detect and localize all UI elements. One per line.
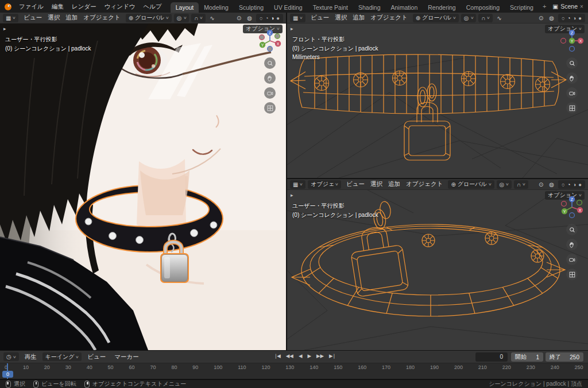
editor-type-button[interactable]: ▦ ∨ bbox=[3, 14, 18, 22]
navigation-gizmo[interactable]: Z X Y bbox=[559, 28, 585, 54]
pivot-point-dropdown[interactable]: ◎ ∨ bbox=[497, 180, 512, 189]
workspace-tab[interactable]: Shading bbox=[353, 2, 386, 13]
shading-material-button[interactable]: ◑ bbox=[573, 181, 577, 188]
workspace-tab[interactable]: Sculpting bbox=[234, 2, 269, 13]
workspace-tab[interactable]: Compositing bbox=[461, 2, 505, 13]
timeline-menu-play[interactable]: 再生 bbox=[22, 353, 40, 361]
viewport-menu-item[interactable]: オブジェクト bbox=[368, 14, 410, 22]
show-overlays-toggle[interactable]: ◍ bbox=[245, 15, 254, 21]
play-button[interactable]: ▶ bbox=[305, 352, 314, 360]
shading-solid-button[interactable]: ◔ bbox=[567, 15, 571, 21]
viewport-menu-item[interactable]: オブジェクト bbox=[80, 14, 123, 22]
rendered-viewport-canvas[interactable] bbox=[0, 24, 286, 350]
show-gizmos-toggle[interactable]: ⊙ bbox=[537, 181, 545, 188]
editor-type-button[interactable]: ▦ ∨ bbox=[290, 180, 305, 189]
transform-orientation-dropdown[interactable]: ⊕ グローバル ∨ bbox=[413, 14, 459, 22]
frame-end-field[interactable]: 終了 250 bbox=[546, 352, 583, 362]
unlink-scene-button[interactable]: × bbox=[580, 3, 583, 10]
scene-selector[interactable]: ▣ Scene × bbox=[550, 3, 586, 10]
shading-material-button[interactable]: ◑ bbox=[271, 15, 274, 21]
snap-dropdown[interactable]: ∩ ∨ bbox=[514, 180, 528, 189]
shading-rendered-button[interactable]: ● bbox=[578, 15, 582, 21]
shading-wireframe-button[interactable]: ○ bbox=[562, 181, 565, 188]
play-reverse-button[interactable]: ◀ bbox=[296, 352, 305, 360]
timeline-menu-view[interactable]: ビュー bbox=[84, 353, 109, 361]
viewport-menu-item[interactable]: オブジェクト bbox=[403, 180, 446, 188]
current-frame-field[interactable]: 0 bbox=[475, 352, 508, 362]
transform-orientation-dropdown[interactable]: ⊕ グローバル ∨ bbox=[448, 180, 494, 189]
shading-solid-button[interactable]: ◔ bbox=[567, 181, 571, 188]
wireframe-viewport-canvas[interactable] bbox=[287, 24, 588, 178]
navigation-gizmo[interactable]: Z X Y bbox=[257, 28, 283, 54]
shading-rendered-button[interactable]: ● bbox=[276, 15, 280, 21]
navigation-gizmo[interactable]: Z X Y bbox=[559, 194, 585, 220]
move-view-button[interactable] bbox=[566, 72, 578, 84]
topbar-menu-item[interactable]: 編集 bbox=[48, 0, 68, 13]
snap-dropdown[interactable]: ∩ ∨ bbox=[478, 14, 493, 22]
frame-start-field[interactable]: 開始 1 bbox=[511, 352, 543, 362]
wireframe-viewport-canvas[interactable] bbox=[287, 190, 588, 350]
toolbar-expand-arrow[interactable]: ▸ bbox=[291, 26, 293, 32]
viewport-menu-item[interactable]: ビュー bbox=[308, 14, 332, 22]
toggle-orthographic-button[interactable] bbox=[566, 269, 578, 280]
viewport-menu-item[interactable]: 追加 bbox=[63, 14, 80, 22]
viewport-menu-item[interactable]: 選択 bbox=[45, 14, 63, 22]
workspace-tab[interactable]: Animation bbox=[386, 2, 423, 13]
toggle-orthographic-button[interactable] bbox=[264, 102, 276, 114]
timeline-keying-dropdown[interactable]: キーイング ∨ bbox=[42, 352, 82, 361]
show-gizmos-toggle[interactable]: ⊙ bbox=[235, 15, 243, 21]
zoom-button[interactable] bbox=[566, 224, 578, 235]
jump-to-start-button[interactable]: ∣◀ bbox=[272, 352, 283, 360]
shading-material-button[interactable]: ◑ bbox=[573, 15, 577, 21]
show-gizmos-toggle[interactable]: ⊙ bbox=[537, 15, 545, 21]
mode-dropdown[interactable]: オブジェクト ∨ bbox=[308, 180, 341, 189]
transform-orientation-dropdown[interactable]: ⊕ グローバル ∨ bbox=[126, 14, 172, 22]
workspace-tab[interactable]: UV Editing bbox=[269, 2, 308, 13]
editor-type-button[interactable]: ▦ ∨ bbox=[290, 14, 305, 22]
topbar-menu-item[interactable]: ヘルプ bbox=[139, 0, 165, 13]
toggle-orthographic-button[interactable] bbox=[566, 102, 578, 114]
workspace-tab[interactable]: Rendering bbox=[423, 2, 461, 13]
viewport-menu-item[interactable]: 選択 bbox=[368, 180, 385, 188]
timeline-menu-marker[interactable]: マーカー bbox=[111, 353, 142, 361]
proportional-editing-toggle[interactable]: ∿ bbox=[208, 15, 216, 21]
camera-view-button[interactable] bbox=[264, 87, 276, 99]
show-overlays-toggle[interactable]: ◍ bbox=[547, 181, 556, 188]
workspace-tab[interactable]: Texture Paint bbox=[308, 2, 353, 13]
topbar-menu-item[interactable]: ファイル bbox=[15, 0, 48, 13]
topbar-menu-item[interactable]: ウィンドウ bbox=[100, 0, 140, 13]
timeline-editor-type-button[interactable]: ◷ ∨ bbox=[3, 352, 19, 361]
move-view-button[interactable] bbox=[264, 72, 276, 84]
proportional-editing-toggle[interactable]: ∿ bbox=[495, 15, 503, 21]
pivot-point-dropdown[interactable]: ◎ ∨ bbox=[174, 14, 189, 22]
workspace-tab[interactable]: Scripting bbox=[505, 2, 539, 13]
blender-logo-icon[interactable] bbox=[3, 2, 13, 11]
camera-view-button[interactable] bbox=[566, 87, 578, 99]
move-view-button[interactable] bbox=[566, 239, 578, 250]
snap-dropdown[interactable]: ∩ ∨ bbox=[191, 14, 206, 22]
next-keyframe-button[interactable]: ▶▶ bbox=[314, 352, 326, 360]
prev-keyframe-button[interactable]: ◀◀ bbox=[284, 352, 296, 360]
toolbar-expand-arrow[interactable]: ▸ bbox=[291, 192, 293, 198]
timeline-ruler[interactable]: 0102030405060708090100110120130140150160… bbox=[0, 363, 588, 379]
jump-to-end-button[interactable]: ▶∣ bbox=[327, 352, 338, 360]
shading-wireframe-button[interactable]: ○ bbox=[562, 15, 565, 21]
toolbar-expand-arrow[interactable]: ▸ bbox=[3, 26, 6, 32]
viewport-menu-item[interactable]: ビュー bbox=[343, 180, 368, 188]
viewport-menu-item[interactable]: 選択 bbox=[332, 14, 350, 22]
shading-rendered-button[interactable]: ● bbox=[578, 181, 582, 188]
viewport-menu-item[interactable]: 追加 bbox=[350, 14, 368, 22]
workspace-tab[interactable]: Layout bbox=[171, 2, 199, 13]
playhead[interactable]: 0 bbox=[2, 371, 13, 378]
camera-view-button[interactable] bbox=[566, 254, 578, 265]
zoom-button[interactable] bbox=[264, 57, 276, 69]
viewport-menu-item[interactable]: 追加 bbox=[385, 180, 403, 188]
shading-solid-button[interactable]: ◔ bbox=[265, 15, 269, 21]
shading-wireframe-button[interactable]: ○ bbox=[260, 15, 263, 21]
workspace-tab[interactable]: Modeling bbox=[199, 2, 234, 13]
add-workspace-button[interactable]: + bbox=[539, 1, 550, 12]
show-overlays-toggle[interactable]: ◍ bbox=[547, 15, 556, 21]
viewport-menu-item[interactable]: ビュー bbox=[21, 14, 45, 22]
topbar-menu-item[interactable]: レンダー bbox=[68, 0, 100, 13]
zoom-button[interactable] bbox=[566, 57, 578, 69]
